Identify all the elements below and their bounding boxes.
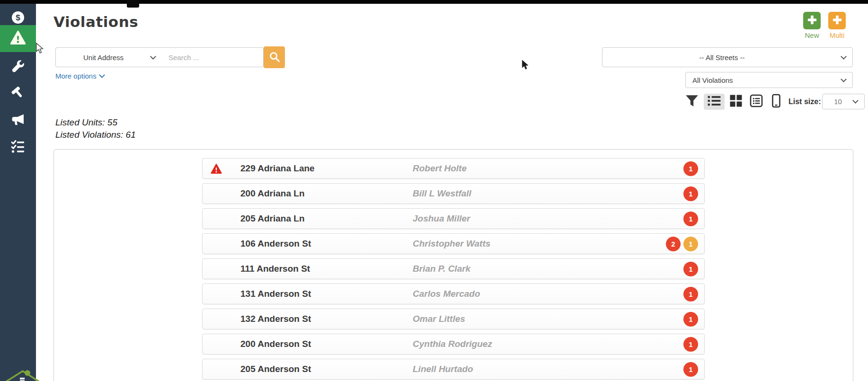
- more-options-label: More options: [55, 72, 97, 80]
- violation-row[interactable]: 131 Anderson St Carlos Mercado 1: [202, 284, 705, 304]
- badge-group: 21: [666, 237, 698, 251]
- badge-group: 1: [683, 161, 698, 176]
- violation-count-badge[interactable]: 1: [683, 212, 698, 226]
- plus-icon: [832, 14, 843, 27]
- tenant-name: Bill L Westfall: [413, 188, 471, 199]
- violation-count-badge[interactable]: 1: [683, 237, 698, 251]
- mobile-view-icon: [770, 94, 783, 110]
- filter-icon: [685, 94, 699, 109]
- violation-count-badge[interactable]: 1: [683, 186, 698, 201]
- sidebar: $: [0, 4, 36, 381]
- unit-address: 111 Anderson St: [240, 264, 310, 274]
- search-field-select[interactable]: Unit Address: [55, 47, 162, 67]
- listed-units-label: Listed Units:: [55, 117, 105, 127]
- list-size-value: 10: [823, 97, 853, 106]
- search-icon: [268, 51, 281, 64]
- violation-count-badge[interactable]: 1: [683, 262, 698, 276]
- listed-violations-summary: Listed Violations: 61: [55, 130, 136, 140]
- violation-count-badge[interactable]: 1: [683, 312, 698, 327]
- more-options-link[interactable]: More options: [55, 72, 104, 80]
- chevron-down-icon: [150, 53, 156, 60]
- violations-filter-value: All Violations: [686, 76, 841, 84]
- mobile-view-button[interactable]: [768, 94, 785, 110]
- tenant-name: Linell Hurtado: [413, 364, 473, 374]
- warning-triangle-icon: [9, 30, 27, 48]
- mouse-cursor: [521, 60, 530, 72]
- list-view-button[interactable]: [704, 94, 725, 110]
- chevron-down-icon: [99, 72, 105, 78]
- badge-group: 1: [683, 186, 698, 201]
- violation-count-badge[interactable]: 1: [683, 362, 698, 377]
- streets-filter-value: -- All Streets --: [602, 53, 841, 62]
- detail-list-view-button[interactable]: [748, 94, 765, 110]
- violation-count-badge[interactable]: 1: [683, 337, 698, 352]
- top-notch: [127, 0, 139, 8]
- violation-count-badge[interactable]: 1: [683, 287, 698, 301]
- violation-count-badge[interactable]: 2: [666, 237, 681, 251]
- new-button-label: New: [801, 31, 823, 39]
- sidebar-item-maintenance[interactable]: [0, 56, 36, 80]
- sidebar-item-announcements[interactable]: [0, 109, 36, 133]
- grid-view-icon: [729, 94, 743, 109]
- multi-button-label: Multi: [826, 31, 848, 39]
- multi-violation-button[interactable]: [828, 12, 846, 29]
- chevron-down-icon: [841, 76, 847, 82]
- violation-row[interactable]: 132 Anderson St Omar Littles 1: [202, 309, 705, 329]
- tenant-name: Christopher Watts: [413, 239, 490, 249]
- page-title: Violations: [53, 13, 138, 30]
- badge-group: 1: [683, 262, 698, 276]
- grid-view-button[interactable]: [727, 94, 744, 110]
- violation-count-badge[interactable]: 1: [683, 161, 698, 176]
- search-button[interactable]: [264, 46, 285, 68]
- tenant-name: Cynthia Rodriguez: [413, 339, 492, 349]
- chevron-down-icon: [841, 53, 847, 60]
- badge-group: 1: [683, 312, 698, 327]
- violations-list: 229 Adriana Lane Robert Holte 1 200 Adri…: [54, 158, 853, 380]
- violation-row[interactable]: 229 Adriana Lane Robert Holte 1: [202, 158, 705, 179]
- house-roof-logo: [4, 368, 57, 381]
- listed-units-summary: Listed Units: 55: [55, 117, 117, 128]
- unit-address: 106 Anderson St: [240, 239, 311, 249]
- wrench-icon: [11, 60, 25, 76]
- plus-icon: [806, 14, 818, 27]
- dollar-icon: $: [10, 10, 26, 27]
- alert-triangle-icon: [210, 163, 222, 177]
- list-size-label: List size:: [788, 97, 821, 106]
- sidebar-item-projects[interactable]: [0, 82, 36, 106]
- tenant-name: Robert Holte: [413, 163, 467, 174]
- badge-group: 1: [683, 362, 698, 377]
- violation-row[interactable]: 106 Anderson St Christopher Watts 21: [202, 233, 705, 254]
- violation-row[interactable]: 205 Anderson St Linell Hurtado 1: [202, 359, 705, 380]
- violation-row[interactable]: 200 Adriana Ln Bill L Westfall 1: [202, 183, 705, 204]
- search-field-select-value: Unit Address: [56, 53, 151, 62]
- list-view-icon: [707, 95, 721, 109]
- unit-address: 200 Anderson St: [240, 339, 311, 349]
- streets-filter-select[interactable]: -- All Streets --: [602, 47, 853, 67]
- badge-group: 1: [683, 287, 698, 301]
- sidebar-item-tasks[interactable]: [0, 135, 36, 159]
- hammer-icon: [11, 86, 25, 102]
- mouse-cursor: [35, 43, 45, 56]
- search-input[interactable]: [162, 47, 264, 67]
- violation-row[interactable]: 111 Anderson St Brian P. Clark 1: [202, 258, 705, 279]
- violations-filter-select[interactable]: All Violations: [685, 72, 853, 88]
- unit-address: 131 Anderson St: [240, 289, 311, 299]
- listed-violations-label: Listed Violations:: [55, 130, 123, 140]
- filter-funnel-button[interactable]: [683, 94, 700, 110]
- unit-address: 200 Adriana Ln: [240, 188, 305, 199]
- list-size-select[interactable]: 10: [822, 94, 865, 109]
- unit-address: 229 Adriana Lane: [240, 163, 315, 174]
- unit-address: 205 Adriana Ln: [240, 213, 305, 224]
- chevron-down-icon: [852, 97, 859, 104]
- tenant-name: Omar Littles: [413, 314, 465, 324]
- unit-address: 205 Anderson St: [240, 364, 311, 374]
- listed-violations-value: 61: [126, 130, 136, 140]
- violations-table-panel: 229 Adriana Lane Robert Holte 1 200 Adri…: [53, 149, 853, 381]
- tenant-name: Joshua Miller: [413, 213, 470, 224]
- tenant-name: Brian P. Clark: [413, 264, 470, 274]
- unit-address: 132 Anderson St: [240, 314, 311, 324]
- violation-row[interactable]: 200 Anderson St Cynthia Rodriguez 1: [202, 334, 705, 354]
- violation-row[interactable]: 205 Adriana Ln Joshua Miller 1: [202, 208, 705, 229]
- new-violation-button[interactable]: [803, 12, 821, 29]
- sidebar-item-violations[interactable]: [0, 25, 36, 52]
